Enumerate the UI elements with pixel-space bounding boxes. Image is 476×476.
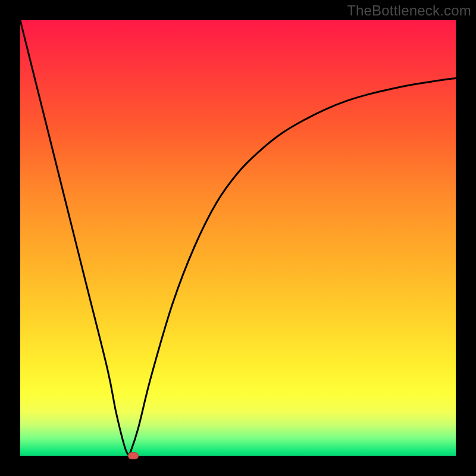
watermark-text: TheBottleneck.com [347,2,471,19]
chart-frame: TheBottleneck.com [0,0,476,476]
curve-path [20,20,456,458]
bottleneck-curve [20,20,456,456]
optimum-marker [128,452,139,459]
plot-area [20,20,456,456]
